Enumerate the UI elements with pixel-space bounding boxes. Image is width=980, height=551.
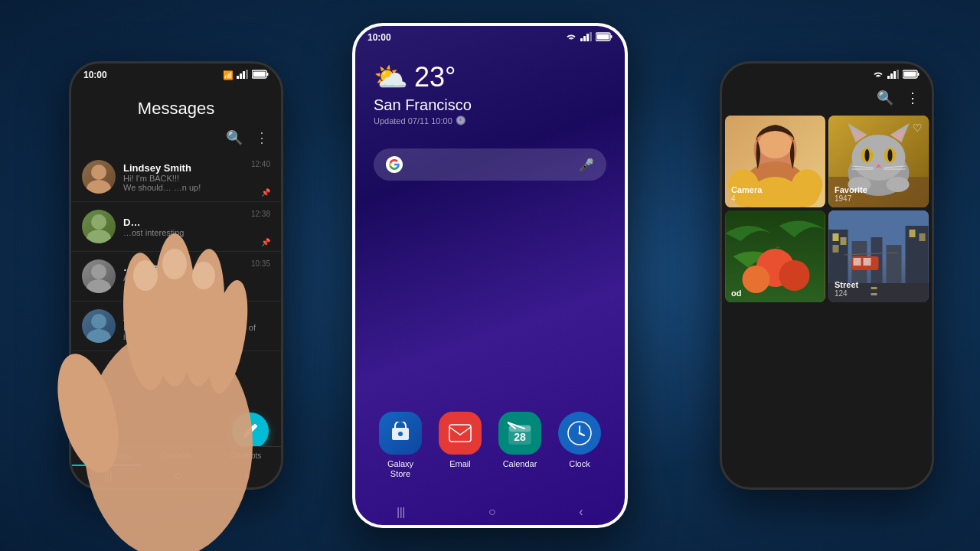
message-item-gray[interactable]: …a Gray Alie! …e what I've got for you. … bbox=[71, 252, 281, 302]
preview-andrew: In the article, there were all kinds of bbox=[123, 323, 270, 332]
time-center: 10:00 bbox=[368, 32, 391, 43]
sender-second: D… bbox=[123, 217, 270, 228]
preview-lindsey-1: Hi! I'm BACK!!! bbox=[123, 174, 270, 183]
phone-center: 10:00 bbox=[352, 23, 628, 528]
svg-rect-97 bbox=[864, 258, 871, 266]
status-bar-center: 10:00 bbox=[355, 26, 625, 46]
clock-icon-bg bbox=[558, 412, 601, 455]
time-gray: 10:35 bbox=[251, 259, 270, 268]
bottom-tabs: Conversations Contacts Chatbots bbox=[71, 446, 281, 466]
avatar-second bbox=[82, 210, 116, 243]
gallery-item-favorite[interactable]: ♡ Favorite 1947 bbox=[828, 116, 929, 207]
pin-lindsey: 📌 bbox=[261, 188, 270, 197]
message-item-second[interactable]: D… …ost interesting 12:38 📌 bbox=[71, 202, 281, 252]
app-calendar[interactable]: 28 Calendar bbox=[498, 412, 541, 479]
svg-rect-0 bbox=[237, 76, 239, 79]
nav-home[interactable]: ○ bbox=[175, 469, 182, 483]
svg-point-53 bbox=[759, 131, 792, 158]
app-galaxy-store[interactable]: GalaxyStore bbox=[379, 412, 422, 479]
messages-title: Messages bbox=[71, 83, 281, 126]
gallery-search-icon[interactable]: 🔍 bbox=[877, 90, 893, 106]
svg-rect-26 bbox=[586, 34, 589, 41]
gallery-item-street[interactable]: Street 124 bbox=[828, 210, 929, 302]
svg-rect-25 bbox=[583, 36, 586, 41]
svg-rect-46 bbox=[897, 70, 899, 79]
pin-second: 📌 bbox=[261, 238, 270, 246]
compose-button[interactable] bbox=[232, 412, 269, 449]
gallery-item-od[interactable]: od bbox=[725, 210, 825, 302]
nav-back-center[interactable]: ‹ bbox=[579, 505, 583, 519]
svg-rect-24 bbox=[580, 38, 583, 41]
message-content-gray: …a Gray Alie! …e what I've got for you. bbox=[123, 262, 270, 292]
svg-rect-44 bbox=[890, 73, 893, 79]
tab-chatbots[interactable]: Chatbots bbox=[211, 447, 281, 466]
svg-point-7 bbox=[91, 165, 106, 180]
phone-left: 10:00 📶 Messages 🔍 ⋮ bbox=[69, 61, 283, 490]
app-email[interactable]: Email bbox=[439, 412, 482, 479]
svg-rect-33 bbox=[449, 425, 471, 442]
signal-icon-left bbox=[237, 70, 249, 80]
search-icon[interactable]: 🔍 bbox=[226, 129, 243, 146]
gallery-more-icon[interactable]: ⋮ bbox=[906, 90, 920, 106]
google-logo bbox=[386, 156, 403, 173]
svg-point-8 bbox=[87, 180, 111, 194]
preview-second: …ost interesting bbox=[123, 228, 270, 237]
preview-andrew-2: interesting things about coffee… bbox=[123, 332, 270, 341]
svg-rect-5 bbox=[267, 73, 269, 76]
svg-rect-43 bbox=[887, 76, 890, 79]
calendar-icon-bg: 28 bbox=[498, 412, 541, 455]
wifi-icon-right bbox=[872, 70, 884, 80]
svg-rect-96 bbox=[854, 258, 861, 266]
svg-rect-85 bbox=[833, 245, 839, 253]
sender-lindsey: Lindsey Smith bbox=[123, 162, 270, 174]
email-icon-bg bbox=[439, 412, 482, 455]
svg-rect-29 bbox=[611, 35, 612, 38]
message-item-lindsey[interactable]: Lindsey Smith Hi! I'm BACK!!! We should…… bbox=[71, 152, 281, 202]
svg-rect-6 bbox=[253, 72, 266, 77]
preview-lindsey-2: We should… …n up! bbox=[123, 183, 270, 192]
battery-icon-right bbox=[903, 70, 920, 80]
more-icon[interactable]: ⋮ bbox=[255, 129, 269, 146]
svg-text:28: 28 bbox=[514, 431, 526, 443]
battery-icon-center bbox=[596, 32, 612, 43]
time-second: 12:38 bbox=[251, 210, 270, 218]
preview-gray-2: …e what I've got for you. bbox=[123, 282, 270, 292]
wifi-icon-left: 📶 bbox=[223, 70, 234, 80]
weather-icon: ⛅ bbox=[374, 61, 408, 93]
svg-point-42 bbox=[579, 432, 581, 434]
heart-icon-favorite[interactable]: ♡ bbox=[913, 122, 923, 134]
gallery-street-info: Street 124 bbox=[828, 276, 929, 302]
nav-bar-left: ||| ○ ‹ bbox=[71, 468, 281, 484]
message-content-lindsey: Lindsey Smith Hi! I'm BACK!!! We should…… bbox=[123, 162, 270, 192]
app-clock[interactable]: Clock bbox=[558, 412, 601, 479]
svg-rect-48 bbox=[918, 73, 920, 76]
message-item-andrew[interactable]: Andrew Laycock In the article, there wer… bbox=[71, 302, 281, 351]
weather-temp: 23° bbox=[414, 61, 456, 93]
status-icons-right bbox=[872, 70, 920, 80]
gallery-od-info: od bbox=[725, 284, 825, 302]
message-content-andrew: Andrew Laycock In the article, there wer… bbox=[123, 311, 270, 341]
nav-home-center[interactable]: ○ bbox=[488, 505, 496, 519]
gallery-header: 🔍 ⋮ bbox=[722, 83, 932, 112]
sender-andrew: Andrew Laycock bbox=[123, 311, 270, 323]
mic-icon[interactable]: 🎤 bbox=[579, 158, 594, 172]
sender-gray: …a Gray bbox=[123, 262, 270, 273]
svg-point-9 bbox=[91, 214, 106, 230]
messages-toolbar: 🔍 ⋮ bbox=[71, 126, 281, 149]
signal-icon-right bbox=[887, 70, 900, 80]
search-bar[interactable]: 🎤 bbox=[374, 148, 606, 181]
gallery-item-camera[interactable]: Camera 4 bbox=[725, 116, 825, 207]
calendar-label: Calendar bbox=[503, 459, 537, 469]
clock-label: Clock bbox=[569, 459, 590, 469]
nav-back[interactable]: ‹ bbox=[244, 469, 248, 483]
tab-contacts[interactable]: Contacts bbox=[141, 447, 211, 466]
status-bar-left: 10:00 📶 bbox=[71, 64, 281, 83]
status-icons-left: 📶 bbox=[223, 70, 269, 80]
svg-point-11 bbox=[91, 264, 106, 279]
nav-recent-center[interactable]: ||| bbox=[397, 506, 405, 518]
status-icons-center bbox=[565, 32, 612, 43]
avatar-lindsey bbox=[82, 160, 116, 194]
email-label: Email bbox=[449, 459, 471, 469]
tab-conversations[interactable]: Conversations bbox=[71, 447, 141, 466]
nav-recent[interactable]: ||| bbox=[104, 470, 113, 482]
